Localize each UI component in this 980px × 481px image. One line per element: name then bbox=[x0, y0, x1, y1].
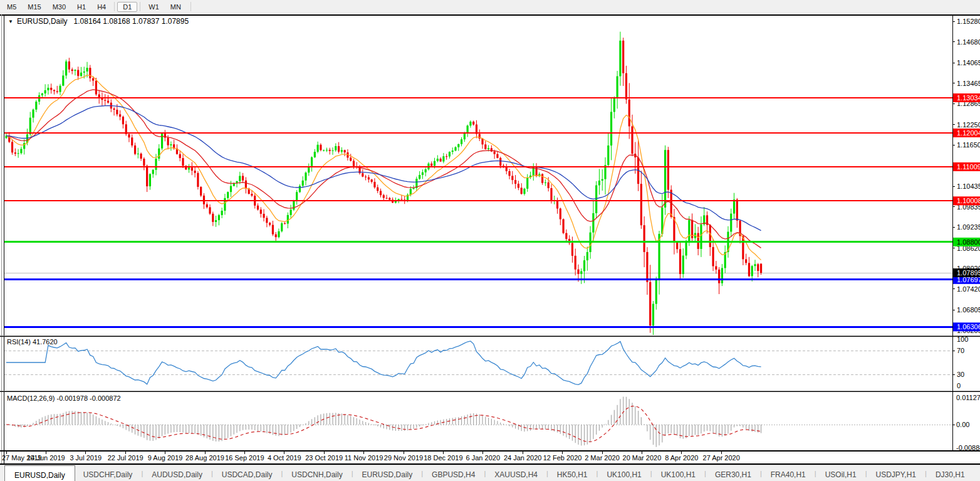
timeframe-toolbar: M5M15M30H1H4D1W1MN bbox=[0, 0, 980, 14]
svg-text:1.07895: 1.07895 bbox=[957, 269, 980, 277]
rsi-scale-label: 30 bbox=[957, 371, 964, 378]
timeframe-h4-button[interactable]: H4 bbox=[91, 2, 112, 12]
svg-text:1.15280: 1.15280 bbox=[957, 18, 980, 25]
svg-text:1.08800: 1.08800 bbox=[957, 238, 980, 246]
macd-scale-label: 0.011277 bbox=[956, 394, 980, 401]
chart-ohlc-values: 1.08164 1.08168 1.07837 1.07895 bbox=[74, 17, 189, 26]
svg-text:20 Mar 2020: 20 Mar 2020 bbox=[623, 454, 662, 462]
tab-eurusd-daily[interactable]: EURUSD,Daily bbox=[4, 465, 75, 481]
svg-text:2 Mar 2020: 2 Mar 2020 bbox=[585, 454, 620, 462]
svg-text:6 Jan 2020: 6 Jan 2020 bbox=[466, 454, 500, 462]
price-chart-canvas[interactable]: 1.152801.146801.140651.134651.128651.122… bbox=[0, 14, 980, 465]
toolbar-separator bbox=[140, 2, 140, 11]
price-label-1.06306: 1.06306 bbox=[953, 322, 980, 331]
chart-tab-bar: EURUSD,DailyUSDCHF,Daily|AUDUSD,Daily|US… bbox=[0, 465, 980, 481]
svg-text:1.11009: 1.11009 bbox=[957, 163, 980, 171]
rsi-scale-label: 100 bbox=[957, 336, 968, 343]
svg-text:1.13034: 1.13034 bbox=[957, 94, 980, 102]
macd-scale-label: 0.00 bbox=[956, 421, 969, 428]
toolbar-separator bbox=[190, 2, 191, 11]
timeframe-mn-button[interactable]: MN bbox=[165, 2, 187, 12]
svg-text:1.14065: 1.14065 bbox=[957, 59, 980, 66]
tab-xauusd-h4[interactable]: XAUUSD,H4 bbox=[486, 465, 546, 481]
svg-text:27 Apr 2020: 27 Apr 2020 bbox=[703, 454, 740, 462]
rsi-indicator-label: RSI(14) 41.7620 bbox=[7, 338, 58, 346]
tab-usoil-h1[interactable]: USOil,H1 bbox=[817, 465, 865, 481]
chart-menu-arrow-icon[interactable]: ▼ bbox=[8, 19, 13, 24]
svg-text:1.11650: 1.11650 bbox=[957, 141, 980, 149]
svg-text:1.07420: 1.07420 bbox=[957, 285, 980, 293]
svg-text:1.12250: 1.12250 bbox=[957, 121, 980, 129]
svg-text:14 Jun 2019: 14 Jun 2019 bbox=[27, 454, 65, 462]
rsi-scale-label: 0 bbox=[957, 382, 961, 389]
svg-text:12 Feb 2020: 12 Feb 2020 bbox=[543, 454, 582, 462]
timeframe-m5-button[interactable]: M5 bbox=[1, 2, 22, 12]
price-label-1.10008: 1.10008 bbox=[953, 196, 980, 205]
timeframe-m30-button[interactable]: M30 bbox=[47, 2, 71, 12]
svg-text:1.12004: 1.12004 bbox=[957, 129, 980, 137]
chart-window: 1.152801.146801.140651.134651.128651.122… bbox=[0, 14, 980, 465]
svg-text:1.10435: 1.10435 bbox=[957, 182, 980, 190]
tab-fra40-h1[interactable]: FRA40,H1 bbox=[763, 465, 814, 481]
tab-eurusd-daily[interactable]: EURUSD,Daily bbox=[354, 465, 421, 481]
svg-text:1.10008: 1.10008 bbox=[957, 197, 980, 204]
tab-hk50-h1[interactable]: HK50,H1 bbox=[549, 465, 596, 481]
tab-ger30-h1[interactable]: GER30,H1 bbox=[707, 465, 759, 481]
tab-usdchf-daily[interactable]: USDCHF,Daily bbox=[75, 465, 141, 481]
price-label-1.12004: 1.12004 bbox=[953, 129, 980, 137]
timeframe-d1-button[interactable]: D1 bbox=[117, 2, 137, 12]
rsi-scale-label: 70 bbox=[957, 347, 964, 354]
tab-gbpusd-h4[interactable]: GBPUSD,H4 bbox=[424, 465, 483, 481]
tab-usdcad-daily[interactable]: USDCAD,Daily bbox=[214, 465, 281, 481]
svg-text:4 Oct 2019: 4 Oct 2019 bbox=[268, 454, 301, 462]
timeframe-m15-button[interactable]: M15 bbox=[22, 2, 46, 12]
svg-text:3 Jul 2019: 3 Jul 2019 bbox=[70, 454, 102, 462]
toolbar-separator bbox=[114, 2, 115, 11]
tab-usdjpy-h1[interactable]: USDJPY,H1 bbox=[868, 465, 924, 481]
svg-text:1.09235: 1.09235 bbox=[957, 223, 980, 231]
svg-text:9 Aug 2019: 9 Aug 2019 bbox=[148, 454, 183, 462]
price-label-1.08800: 1.08800 bbox=[953, 238, 980, 246]
svg-text:23 Oct 2019: 23 Oct 2019 bbox=[305, 454, 343, 462]
svg-text:24 Jan 2020: 24 Jan 2020 bbox=[504, 454, 542, 462]
svg-text:16 Sep 2019: 16 Sep 2019 bbox=[225, 454, 264, 462]
current-price-label: 1.07895 bbox=[953, 268, 980, 277]
svg-text:1.13465: 1.13465 bbox=[957, 80, 980, 87]
svg-text:22 Jul 2019: 22 Jul 2019 bbox=[108, 454, 143, 462]
chart-title: ▼ EURUSD,Daily 1.08164 1.08168 1.07837 1… bbox=[8, 17, 189, 26]
svg-text:1.06805: 1.06805 bbox=[957, 306, 980, 314]
tab-usdcnh-daily[interactable]: USDCNH,Daily bbox=[283, 465, 350, 481]
svg-text:29 Nov 2019: 29 Nov 2019 bbox=[384, 454, 423, 462]
svg-text:11 Nov 2019: 11 Nov 2019 bbox=[345, 454, 383, 462]
macd-scale-label: -0.008845 bbox=[956, 444, 980, 452]
svg-text:18 Dec 2019: 18 Dec 2019 bbox=[424, 454, 462, 462]
price-label-1.13034: 1.13034 bbox=[953, 93, 980, 102]
svg-text:28 Aug 2019: 28 Aug 2019 bbox=[185, 454, 224, 462]
svg-text:1.06306: 1.06306 bbox=[957, 323, 980, 330]
timeframe-w1-button[interactable]: W1 bbox=[143, 2, 165, 12]
price-label-1.11009: 1.11009 bbox=[953, 162, 980, 171]
tab-audusd-daily[interactable]: AUDUSD,Daily bbox=[143, 465, 211, 481]
chart-symbol-label: EURUSD,Daily bbox=[17, 17, 68, 26]
macd-indicator-label: MACD(12,26,9) -0.001978 -0.000872 bbox=[7, 394, 121, 402]
svg-text:8 Apr 2020: 8 Apr 2020 bbox=[665, 454, 698, 462]
tab-uk100-h1[interactable]: UK100,H1 bbox=[598, 465, 649, 481]
tab-uk100-h1[interactable]: UK100,H1 bbox=[653, 465, 704, 481]
tab-scroll-buttons: ◄► bbox=[973, 465, 980, 481]
svg-text:1.14680: 1.14680 bbox=[957, 38, 980, 46]
tab-dj30-h1[interactable]: DJ30,H1 bbox=[927, 465, 973, 481]
timeframe-h1-button[interactable]: H1 bbox=[71, 2, 91, 12]
